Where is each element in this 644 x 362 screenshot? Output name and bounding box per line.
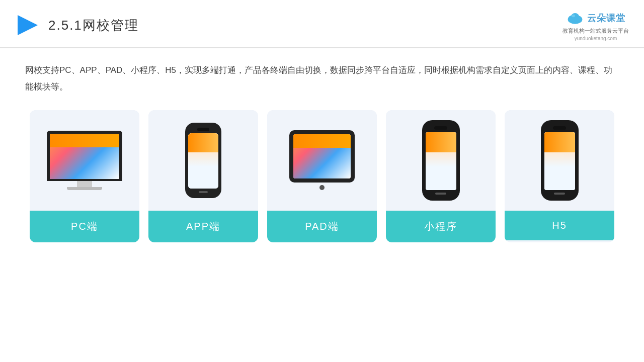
svg-point-5	[572, 15, 575, 17]
card-image-pad	[267, 110, 377, 211]
tablet-outer	[289, 130, 355, 183]
phone-home	[199, 191, 208, 193]
card-label-app: APP端	[148, 211, 258, 242]
tablet-screen	[293, 134, 351, 178]
tablet-home-btn	[319, 185, 325, 190]
mini-phone-mockup-2	[541, 120, 579, 201]
play-icon	[15, 13, 40, 38]
phone-outer	[185, 123, 221, 198]
header: 2.5.1网校管理 云朵课堂 教育机构一站式服务云平台 yunduoketang…	[0, 0, 644, 48]
pc-stand	[77, 181, 92, 187]
card-pad: PAD端	[267, 110, 377, 242]
mini-phone-bar-2	[554, 193, 565, 195]
cards-container: PC端 APP端	[25, 110, 619, 242]
mini-phone-bar-1	[435, 193, 446, 195]
description-text: 网校支持PC、APP、PAD、小程序、H5，实现多端打通，产品各终端自由切换，数…	[25, 62, 619, 95]
card-label-h5: H5	[505, 211, 614, 240]
pc-screen-inner	[50, 134, 119, 179]
mini-phone-notch-2	[553, 126, 566, 130]
pc-screen-outer	[47, 131, 122, 181]
card-h5: H5	[505, 110, 614, 242]
cloud-icon	[566, 9, 584, 27]
card-image-app	[148, 110, 258, 211]
svg-marker-0	[18, 15, 38, 35]
main-content: 网校支持PC、APP、PAD、小程序、H5，实现多端打通，产品各终端自由切换，数…	[0, 48, 644, 252]
mini-phone-screen-2	[544, 132, 575, 190]
card-image-miniprogram	[386, 110, 496, 211]
pc-screen-fill	[50, 134, 119, 179]
page-title: 2.5.1网校管理	[48, 17, 139, 34]
mini-phone-outer-1	[422, 120, 460, 201]
logo-tagline: 教育机构一站式服务云平台	[562, 27, 629, 35]
card-app: APP端	[148, 110, 258, 242]
mini-phone-notch-1	[434, 126, 447, 130]
pc-base	[67, 187, 102, 190]
phone-mockup	[185, 123, 221, 198]
card-image-pc	[30, 110, 139, 211]
card-label-pc: PC端	[30, 211, 139, 242]
card-image-h5	[505, 110, 614, 211]
mini-phone-outer-2	[541, 120, 579, 201]
phone-screen-fill	[188, 133, 218, 189]
tablet-screen-fill	[293, 134, 351, 178]
logo-cloud: 云朵课堂	[566, 9, 625, 27]
card-label-pad: PAD端	[267, 211, 377, 242]
card-miniprogram: 小程序	[386, 110, 496, 242]
tablet-mockup	[289, 130, 355, 190]
phone-screen	[188, 133, 218, 189]
logo-url: yunduoketang.com	[575, 36, 617, 41]
mini-phone-mockup-1	[422, 120, 460, 201]
phone-notch	[197, 128, 209, 131]
mini-screen-fill-2	[544, 132, 575, 190]
mini-phone-screen-1	[426, 132, 456, 190]
logo-area: 云朵课堂 教育机构一站式服务云平台 yunduoketang.com	[562, 9, 629, 41]
pc-mockup	[47, 131, 122, 190]
header-left: 2.5.1网校管理	[15, 13, 139, 38]
mini-screen-fill-1	[426, 132, 456, 190]
card-pc: PC端	[30, 110, 139, 242]
logo-text: 云朵课堂	[587, 12, 625, 24]
card-label-miniprogram: 小程序	[386, 211, 496, 242]
